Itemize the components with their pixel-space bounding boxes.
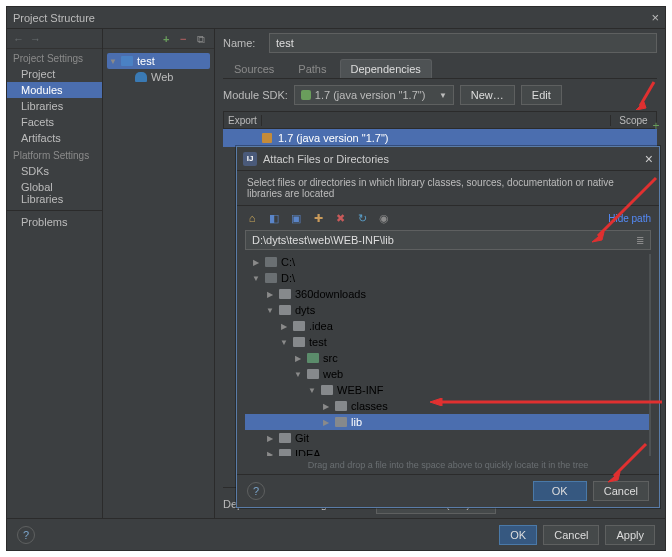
folder-icon — [279, 449, 291, 456]
module-node-web[interactable]: Web — [107, 69, 210, 85]
dialog-description: Select files or directories in which lib… — [237, 171, 659, 206]
module-dir-icon[interactable]: ▣ — [289, 211, 303, 225]
expand-arrow-icon[interactable]: ▶ — [321, 418, 331, 427]
sidebar-item-sdks[interactable]: SDKs — [7, 163, 102, 179]
dialog-ok-button[interactable]: OK — [533, 481, 587, 501]
expand-arrow-icon[interactable]: ▶ — [279, 322, 289, 331]
sidebar-item-modules[interactable]: Modules — [7, 82, 102, 98]
tab-sources[interactable]: Sources — [223, 59, 285, 78]
help-button[interactable]: ? — [17, 526, 35, 544]
tree-node-label: classes — [351, 400, 388, 412]
expand-arrow-icon[interactable]: ▶ — [265, 450, 275, 457]
sidebar-item-global-libraries[interactable]: Global Libraries — [7, 179, 102, 207]
file-tree[interactable]: ▶C:\▼D:\▶360downloads▼dyts▶.idea▼test▶sr… — [245, 254, 651, 456]
expand-arrow-icon[interactable]: ▶ — [321, 402, 331, 411]
dependency-row-sdk[interactable]: 1.7 (java version "1.7") — [223, 129, 657, 147]
modules-tree: ▼ test Web — [103, 49, 214, 89]
forward-icon[interactable]: → — [30, 33, 41, 45]
sidebar-item-libraries[interactable]: Libraries — [7, 98, 102, 114]
dialog-help-button[interactable]: ? — [247, 482, 265, 500]
tree-node[interactable]: ▼WEB-INF — [245, 382, 649, 398]
modules-column: + − ⧉ ▼ test Web — [103, 29, 215, 518]
sidebar-item-facets[interactable]: Facets — [7, 114, 102, 130]
expand-arrow-icon[interactable]: ▶ — [293, 354, 303, 363]
sidebar-item-problems[interactable]: Problems — [7, 214, 102, 230]
modules-actions: + − ⧉ — [103, 29, 214, 49]
project-dir-icon[interactable]: ◧ — [267, 211, 281, 225]
tree-node[interactable]: ▶C:\ — [245, 254, 649, 270]
expand-arrow-icon[interactable]: ▶ — [265, 290, 275, 299]
hide-path-link[interactable]: Hide path — [608, 213, 651, 224]
tree-node[interactable]: ▼web — [245, 366, 649, 382]
dialog-cancel-button[interactable]: Cancel — [593, 481, 649, 501]
refresh-icon[interactable]: ↻ — [355, 211, 369, 225]
tree-node[interactable]: ▶lib — [245, 414, 649, 430]
module-sdk-label: Module SDK: — [223, 89, 288, 101]
cancel-button[interactable]: Cancel — [543, 525, 599, 545]
folder-icon — [279, 289, 291, 299]
add-dependency-icon[interactable]: + — [652, 119, 659, 133]
expand-arrow-icon[interactable]: ▼ — [265, 306, 275, 315]
apply-button[interactable]: Apply — [605, 525, 655, 545]
tab-dependencies[interactable]: Dependencies — [340, 59, 432, 78]
new-folder-icon[interactable]: ✚ — [311, 211, 325, 225]
history-dropdown-icon[interactable]: ≣ — [636, 235, 644, 246]
tree-node-label: .idea — [309, 320, 333, 332]
add-module-icon[interactable]: + — [163, 33, 174, 44]
col-export: Export — [224, 115, 262, 126]
tree-node[interactable]: ▶.idea — [245, 318, 649, 334]
tree-node[interactable]: ▶Git — [245, 430, 649, 446]
dialog-titlebar[interactable]: IJ Attach Files or Directories × — [237, 147, 659, 171]
expand-arrow-icon[interactable]: ▼ — [293, 370, 303, 379]
folder-icon — [335, 401, 347, 411]
tree-node[interactable]: ▶IDEA — [245, 446, 649, 456]
tree-node-label: web — [323, 368, 343, 380]
module-tabs: Sources Paths Dependencies — [223, 59, 657, 79]
tree-node-label: dyts — [295, 304, 315, 316]
ok-button[interactable]: OK — [499, 525, 537, 545]
module-sdk-select[interactable]: 1.7 (java version "1.7") ▼ — [294, 85, 454, 105]
tree-node-label: WEB-INF — [337, 384, 383, 396]
dialog-toolbar: ⌂ ◧ ▣ ✚ ✖ ↻ ◉ Hide path — [237, 206, 659, 230]
tree-node[interactable]: ▼D:\ — [245, 270, 649, 286]
dialog-close-icon[interactable]: × — [645, 151, 653, 167]
path-input[interactable]: D:\dyts\test\web\WEB-INF\lib ≣ — [245, 230, 651, 250]
library-icon — [262, 133, 272, 143]
module-name-input[interactable] — [269, 33, 657, 53]
tree-node[interactable]: ▼dyts — [245, 302, 649, 318]
tree-node-label: Git — [295, 432, 309, 444]
tree-node[interactable]: ▼test — [245, 334, 649, 350]
dependency-label: 1.7 (java version "1.7") — [278, 132, 389, 144]
edit-sdk-button[interactable]: Edit — [521, 85, 562, 105]
module-sdk-value: 1.7 (java version "1.7") — [315, 89, 426, 101]
expand-arrow-icon[interactable]: ▼ — [307, 386, 317, 395]
sidebar-item-artifacts[interactable]: Artifacts — [7, 130, 102, 146]
module-icon — [121, 56, 133, 66]
show-hidden-icon[interactable]: ◉ — [377, 211, 391, 225]
module-node-test[interactable]: ▼ test — [107, 53, 210, 69]
dependencies-header: Export Scope — [223, 111, 657, 129]
window-title: Project Structure — [13, 12, 651, 24]
copy-module-icon[interactable]: ⧉ — [197, 33, 208, 44]
section-project-settings: Project Settings — [7, 49, 102, 66]
web-facet-icon — [135, 72, 147, 82]
expand-arrow-icon[interactable]: ▶ — [251, 258, 261, 267]
sidebar-item-project[interactable]: Project — [7, 66, 102, 82]
titlebar[interactable]: Project Structure × — [7, 7, 665, 29]
tree-node[interactable]: ▶360downloads — [245, 286, 649, 302]
expand-arrow-icon[interactable]: ▼ — [251, 274, 261, 283]
tree-node-label: 360downloads — [295, 288, 366, 300]
new-sdk-button[interactable]: New… — [460, 85, 515, 105]
delete-icon[interactable]: ✖ — [333, 211, 347, 225]
back-icon[interactable]: ← — [13, 33, 24, 45]
expand-arrow-icon[interactable]: ▼ — [279, 338, 289, 347]
window-close-icon[interactable]: × — [651, 10, 659, 25]
home-icon[interactable]: ⌂ — [245, 211, 259, 225]
remove-module-icon[interactable]: − — [180, 33, 191, 44]
tab-paths[interactable]: Paths — [287, 59, 337, 78]
tree-node[interactable]: ▶classes — [245, 398, 649, 414]
tree-node[interactable]: ▶src — [245, 350, 649, 366]
attach-files-dialog: IJ Attach Files or Directories × Select … — [236, 146, 660, 508]
settings-sidebar: ← → Project Settings Project Modules Lib… — [7, 29, 103, 518]
expand-arrow-icon[interactable]: ▶ — [265, 434, 275, 443]
